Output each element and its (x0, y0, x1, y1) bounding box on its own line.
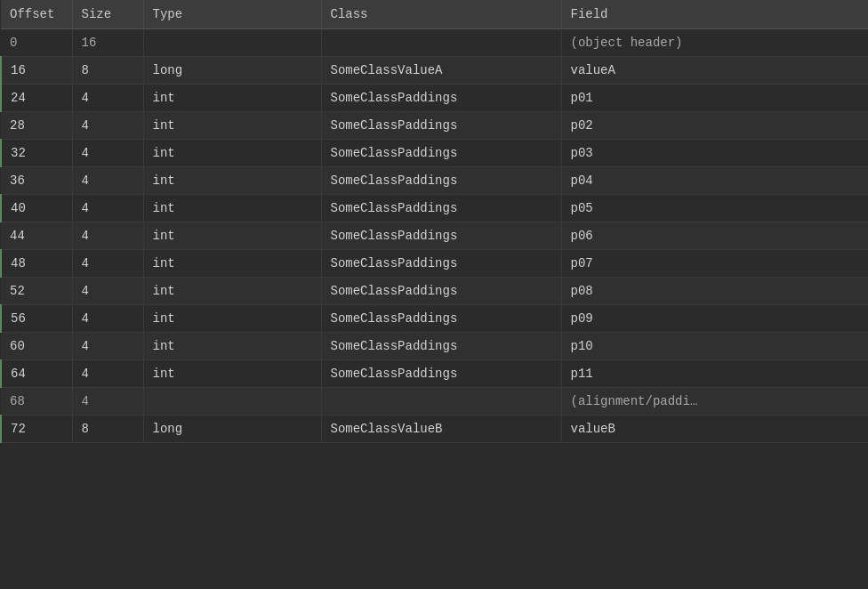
header-field: Field (561, 0, 868, 29)
table-row: 484intSomeClassPaddingsp07 (1, 250, 868, 278)
cell-size: 4 (72, 250, 143, 278)
cell-type: int (143, 167, 321, 195)
table-row: 728longSomeClassValueBvalueB (1, 416, 868, 443)
cell-class: SomeClassPaddings (321, 250, 561, 278)
header-offset: Offset (1, 0, 72, 29)
cell-field: valueB (561, 416, 868, 443)
cell-type: int (143, 140, 321, 167)
table-row: 168longSomeClassValueAvalueA (1, 57, 868, 85)
table-row: 524intSomeClassPaddingsp08 (1, 278, 868, 305)
cell-size: 4 (72, 167, 143, 195)
data-table: Offset Size Type Class Field 016(object … (0, 0, 868, 443)
cell-size: 4 (72, 112, 143, 140)
table-row: 644intSomeClassPaddingsp11 (1, 360, 868, 388)
cell-field: p02 (561, 112, 868, 140)
table-row: 364intSomeClassPaddingsp04 (1, 167, 868, 195)
cell-offset: 64 (1, 360, 72, 388)
cell-type: int (143, 222, 321, 250)
cell-size: 4 (72, 305, 143, 333)
table-header-row: Offset Size Type Class Field (1, 0, 868, 29)
cell-class: SomeClassValueA (321, 57, 561, 85)
table-row: 016(object header) (1, 29, 868, 57)
cell-type (143, 29, 321, 57)
cell-size: 4 (72, 85, 143, 112)
cell-type: long (143, 57, 321, 85)
cell-offset: 56 (1, 305, 72, 333)
table-row: 604intSomeClassPaddingsp10 (1, 333, 868, 360)
cell-type: int (143, 85, 321, 112)
cell-offset: 24 (1, 85, 72, 112)
cell-class: SomeClassPaddings (321, 112, 561, 140)
cell-offset: 52 (1, 278, 72, 305)
cell-field: p01 (561, 85, 868, 112)
header-class: Class (321, 0, 561, 29)
cell-field: p09 (561, 305, 868, 333)
cell-type: int (143, 250, 321, 278)
table-row: 684(alignment/paddi… (1, 388, 868, 416)
cell-class: SomeClassValueB (321, 416, 561, 443)
cell-size: 8 (72, 57, 143, 85)
cell-field: p05 (561, 195, 868, 222)
cell-field: p04 (561, 167, 868, 195)
cell-size: 4 (72, 333, 143, 360)
cell-offset: 36 (1, 167, 72, 195)
cell-offset: 60 (1, 333, 72, 360)
cell-size: 4 (72, 388, 143, 416)
cell-offset: 68 (1, 388, 72, 416)
cell-class: SomeClassPaddings (321, 333, 561, 360)
header-size: Size (72, 0, 143, 29)
cell-type: int (143, 278, 321, 305)
table-row: 564intSomeClassPaddingsp09 (1, 305, 868, 333)
cell-field: p08 (561, 278, 868, 305)
cell-size: 16 (72, 29, 143, 57)
table-row: 404intSomeClassPaddingsp05 (1, 195, 868, 222)
cell-field: p10 (561, 333, 868, 360)
cell-offset: 16 (1, 57, 72, 85)
cell-offset: 0 (1, 29, 72, 57)
cell-type: int (143, 305, 321, 333)
cell-size: 4 (72, 278, 143, 305)
cell-class (321, 388, 561, 416)
cell-class: SomeClassPaddings (321, 360, 561, 388)
cell-offset: 40 (1, 195, 72, 222)
table-body: 016(object header)168longSomeClassValueA… (1, 29, 868, 443)
table-row: 324intSomeClassPaddingsp03 (1, 140, 868, 167)
cell-field: (alignment/paddi… (561, 388, 868, 416)
table-row: 444intSomeClassPaddingsp06 (1, 222, 868, 250)
cell-type: int (143, 360, 321, 388)
cell-offset: 44 (1, 222, 72, 250)
cell-offset: 48 (1, 250, 72, 278)
cell-size: 4 (72, 140, 143, 167)
cell-offset: 32 (1, 140, 72, 167)
cell-size: 8 (72, 416, 143, 443)
cell-size: 4 (72, 360, 143, 388)
cell-class: SomeClassPaddings (321, 278, 561, 305)
table-row: 244intSomeClassPaddingsp01 (1, 85, 868, 112)
header-type: Type (143, 0, 321, 29)
cell-class: SomeClassPaddings (321, 222, 561, 250)
cell-type (143, 388, 321, 416)
cell-offset: 28 (1, 112, 72, 140)
cell-class: SomeClassPaddings (321, 140, 561, 167)
cell-field: valueA (561, 57, 868, 85)
cell-type: int (143, 112, 321, 140)
cell-class: SomeClassPaddings (321, 195, 561, 222)
cell-field: p03 (561, 140, 868, 167)
cell-type: int (143, 195, 321, 222)
cell-class: SomeClassPaddings (321, 305, 561, 333)
table-row: 284intSomeClassPaddingsp02 (1, 112, 868, 140)
cell-class: SomeClassPaddings (321, 167, 561, 195)
cell-type: long (143, 416, 321, 443)
cell-field: p07 (561, 250, 868, 278)
cell-class: SomeClassPaddings (321, 85, 561, 112)
cell-offset: 72 (1, 416, 72, 443)
cell-field: p06 (561, 222, 868, 250)
cell-size: 4 (72, 195, 143, 222)
table-container: Offset Size Type Class Field 016(object … (0, 0, 868, 589)
cell-field: p11 (561, 360, 868, 388)
cell-size: 4 (72, 222, 143, 250)
cell-field: (object header) (561, 29, 868, 57)
cell-class (321, 29, 561, 57)
cell-type: int (143, 333, 321, 360)
